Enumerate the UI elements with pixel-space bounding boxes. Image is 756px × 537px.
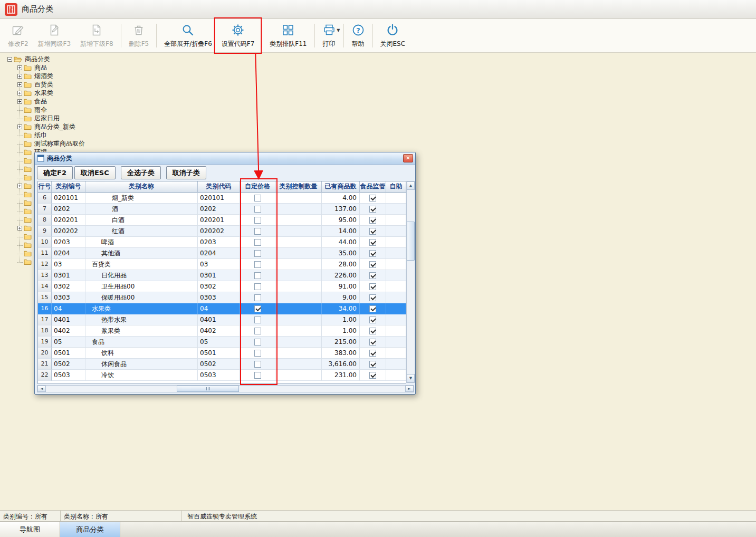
- table-row[interactable]: 170401热带水果04011.00: [38, 314, 406, 325]
- header-cell-self_service[interactable]: 自助: [386, 181, 406, 193]
- chevron-down-icon[interactable]: ▼: [337, 28, 340, 33]
- table-row[interactable]: 150303保暖用品0003039.00: [38, 292, 406, 303]
- toolbar-button-edit[interactable]: 修改F2: [3, 20, 33, 51]
- custom-price-checkbox[interactable]: [254, 250, 261, 257]
- table-row[interactable]: 220503冷饮0503231.00: [38, 370, 406, 381]
- table-row[interactable]: 8020201白酒02020195.00: [38, 215, 406, 226]
- vertical-scroll-track[interactable]: [407, 190, 415, 374]
- toolbar-button-print[interactable]: 打印 ▼: [318, 20, 341, 51]
- food-supervision-checkbox[interactable]: [369, 339, 376, 346]
- tree-item[interactable]: 雨伞: [2, 106, 86, 114]
- toolbar-button-set-code[interactable]: 设置代码F7: [217, 20, 260, 51]
- tree-item[interactable]: 纸巾: [2, 131, 86, 139]
- food-supervision-checkbox[interactable]: [369, 361, 376, 368]
- horizontal-scroll-thumb[interactable]: [177, 386, 239, 392]
- expand-plus-icon[interactable]: [17, 65, 22, 70]
- food-supervision-checkbox[interactable]: [369, 195, 376, 202]
- custom-price-checkbox[interactable]: [254, 261, 261, 268]
- dialog-titlebar[interactable]: 商品分类 ✕: [35, 152, 415, 165]
- table-row[interactable]: 100203啤酒020344.00: [38, 237, 406, 248]
- table-row[interactable]: 200501饮料0501383.00: [38, 348, 406, 359]
- custom-price-checkbox[interactable]: [254, 372, 261, 379]
- vertical-scrollbar[interactable]: ▲ ▼: [406, 181, 415, 383]
- custom-price-checkbox[interactable]: [254, 339, 261, 346]
- custom-price-checkbox[interactable]: [254, 239, 261, 246]
- expand-plus-icon[interactable]: [17, 184, 22, 188]
- expand-plus-icon[interactable]: [17, 74, 22, 79]
- custom-price-checkbox[interactable]: [254, 294, 261, 301]
- horizontal-scrollbar[interactable]: ◄ ►: [37, 385, 414, 392]
- scroll-right-arrow-icon[interactable]: ►: [405, 386, 414, 392]
- horizontal-scroll-track[interactable]: [46, 386, 405, 392]
- custom-price-checkbox[interactable]: [254, 217, 261, 224]
- header-cell-category_code[interactable]: 类别代码: [198, 181, 240, 193]
- custom-price-checkbox[interactable]: [254, 228, 261, 235]
- toolbar-button-expand-all[interactable]: 全部展开/折叠F6: [159, 20, 217, 51]
- custom-price-checkbox[interactable]: [254, 305, 261, 312]
- food-supervision-checkbox[interactable]: [369, 305, 376, 312]
- table-row[interactable]: 1604水果类0434.00: [38, 303, 406, 314]
- toolbar-button-category-sort[interactable]: 类别排队F11: [265, 20, 311, 51]
- collapse-minus-icon[interactable]: [7, 57, 12, 62]
- cancel-button[interactable]: 取消ESC: [74, 166, 116, 179]
- tree-item[interactable]: 商品: [2, 63, 86, 72]
- food-supervision-checkbox[interactable]: [369, 350, 376, 357]
- tree-item[interactable]: 烟酒类: [2, 72, 86, 80]
- header-cell-qty_control[interactable]: 类别控制数量: [275, 181, 322, 193]
- tree-item[interactable]: 百货类: [2, 80, 86, 89]
- expand-plus-icon[interactable]: [17, 91, 22, 95]
- scroll-down-arrow-icon[interactable]: ▼: [407, 374, 415, 382]
- tree-item[interactable]: 测试称重商品取价: [2, 139, 86, 148]
- custom-price-checkbox[interactable]: [254, 206, 261, 213]
- scroll-left-arrow-icon[interactable]: ◄: [37, 386, 46, 392]
- expand-plus-icon[interactable]: [17, 99, 22, 104]
- tab-navigation[interactable]: 导航图: [0, 522, 60, 537]
- deselect-children-button[interactable]: 取消子类: [166, 166, 206, 179]
- custom-price-checkbox[interactable]: [254, 195, 261, 202]
- tree-item[interactable]: 水果类: [2, 89, 86, 97]
- table-row[interactable]: 180402浆果类04021.00: [38, 325, 406, 337]
- table-row[interactable]: 9020202红酒02020214.00: [38, 226, 406, 237]
- table-row[interactable]: 70202酒0202137.00: [38, 204, 406, 215]
- toolbar-button-delete[interactable]: 删除F5: [124, 20, 154, 51]
- expand-plus-icon[interactable]: [17, 82, 22, 87]
- toolbar-button-add-child[interactable]: 新增下级F8: [75, 20, 118, 51]
- header-cell-custom_price[interactable]: 自定价格: [240, 181, 275, 193]
- expand-plus-icon[interactable]: [17, 124, 22, 129]
- toolbar-button-close[interactable]: 关闭ESC: [376, 20, 410, 51]
- table-row[interactable]: 1905食品05215.00: [38, 337, 406, 348]
- header-cell-category_name[interactable]: 类别名称: [85, 181, 198, 193]
- vertical-scroll-thumb[interactable]: [407, 222, 415, 261]
- table-row[interactable]: 1203百货类0328.00: [38, 259, 406, 270]
- dialog-close-button[interactable]: ✕: [403, 154, 413, 162]
- header-cell-category_no[interactable]: 类别编号: [52, 181, 85, 193]
- tree-item[interactable]: 居家日用: [2, 114, 86, 122]
- custom-price-checkbox[interactable]: [254, 328, 261, 334]
- food-supervision-checkbox[interactable]: [369, 283, 376, 290]
- tree-item[interactable]: 食品: [2, 97, 86, 106]
- food-supervision-checkbox[interactable]: [369, 261, 376, 268]
- toolbar-button-add-sibling[interactable]: 新增同级F3: [33, 20, 76, 51]
- table-row[interactable]: 6020101烟_新类0201014.00: [38, 193, 406, 204]
- food-supervision-checkbox[interactable]: [369, 206, 376, 213]
- food-supervision-checkbox[interactable]: [369, 372, 376, 379]
- food-supervision-checkbox[interactable]: [369, 250, 376, 257]
- table-row[interactable]: 130301日化用品0301226.00: [38, 270, 406, 281]
- expand-plus-icon[interactable]: [17, 226, 22, 231]
- header-cell-product_count[interactable]: 已有商品数: [322, 181, 360, 193]
- tree-item[interactable]: 商品分类_新类: [2, 122, 86, 131]
- table-row[interactable]: 110204其他酒020435.00: [38, 248, 406, 259]
- custom-price-checkbox[interactable]: [254, 350, 261, 357]
- table-row[interactable]: 140302卫生用品00030291.00: [38, 281, 406, 292]
- tree-item[interactable]: 商品分类: [2, 55, 86, 63]
- tab-category[interactable]: 商品分类: [60, 522, 120, 537]
- custom-price-checkbox[interactable]: [254, 317, 261, 323]
- table-row[interactable]: 210502休闲食品05023,616.00: [38, 359, 406, 370]
- custom-price-checkbox[interactable]: [254, 283, 261, 290]
- header-cell-row_no[interactable]: 行号: [38, 181, 52, 193]
- custom-price-checkbox[interactable]: [254, 272, 261, 279]
- header-cell-food_supervision[interactable]: 食品监管: [360, 181, 386, 193]
- select-all-children-button[interactable]: 全选子类: [121, 166, 161, 179]
- food-supervision-checkbox[interactable]: [369, 272, 376, 279]
- food-supervision-checkbox[interactable]: [369, 228, 376, 235]
